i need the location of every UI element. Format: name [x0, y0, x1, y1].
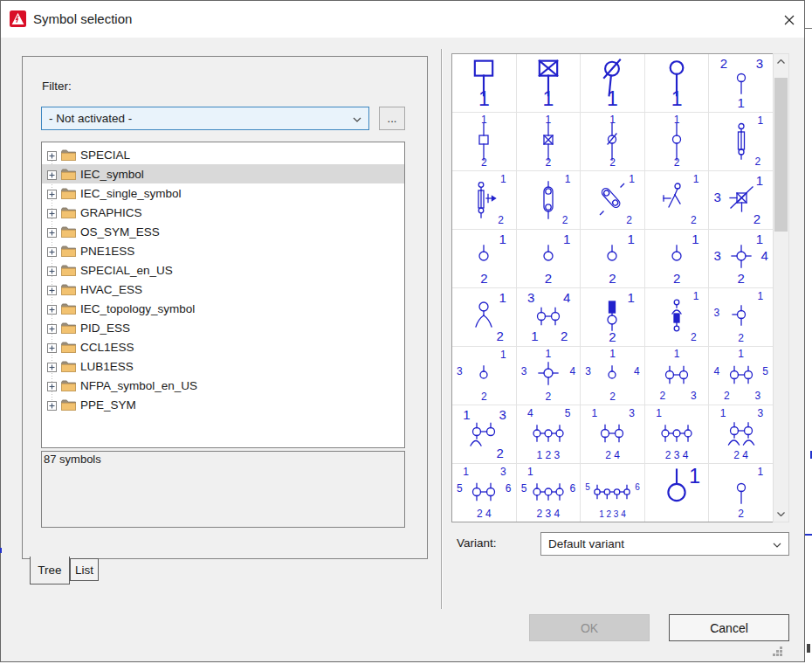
variant-combobox[interactable]: Default variant [540, 532, 789, 556]
symbol-cell[interactable]: 1 [645, 464, 709, 522]
symbol-cell[interactable]: 3142 [517, 347, 581, 405]
connection-point-number: 1 [756, 174, 763, 187]
connection-point-number: 2 [546, 157, 552, 168]
symbol-cell[interactable]: 12 [452, 171, 516, 229]
expand-plus-icon[interactable] [47, 342, 57, 352]
expand-plus-icon[interactable] [47, 246, 57, 256]
symbol-cell[interactable]: 123 [645, 347, 709, 405]
symbol-cell[interactable]: 312 [709, 171, 773, 229]
background-blue-line [805, 534, 812, 536]
symbol-cell[interactable]: 132 [452, 405, 516, 463]
filter-combobox[interactable]: - Not activated - [41, 107, 369, 130]
symbol-cell[interactable]: 5162 3 4 [517, 464, 581, 522]
scroll-down-icon[interactable] [774, 507, 788, 522]
tree-item[interactable]: IEC_single_symbol [42, 183, 404, 203]
connection-point-number: 1 [720, 408, 726, 418]
symbol-cell[interactable]: 12 [645, 171, 709, 229]
symbol-cell[interactable]: 12 [645, 230, 709, 287]
tree-item-label: CCL1ESS [80, 341, 134, 354]
resize-grip[interactable] [773, 645, 783, 655]
expand-plus-icon[interactable] [47, 381, 57, 391]
symbol-cell[interactable]: 12 [452, 113, 516, 170]
symbol-cell[interactable]: 12 [709, 113, 773, 170]
connection-point-number: 1 [463, 467, 469, 477]
expand-plus-icon[interactable] [47, 304, 57, 314]
symbol-cell[interactable]: 12 [517, 171, 581, 229]
symbol-cell[interactable]: 132 4 [581, 405, 644, 463]
filter-browse-button[interactable]: ... [379, 107, 405, 130]
expand-plus-icon[interactable] [47, 169, 57, 179]
symbol-cell[interactable]: 1 [581, 54, 644, 112]
symbol-cell[interactable]: 132 4 [709, 405, 773, 463]
tree-item[interactable]: HVAC_ESS [42, 280, 404, 299]
symbol-selection-dialog: Symbol selection Filter: - Not activated… [0, 0, 805, 662]
symbol-cell[interactable]: 12 [517, 113, 581, 170]
symbol-cell[interactable]: 12 [452, 230, 516, 287]
expand-plus-icon[interactable] [47, 208, 57, 218]
scroll-up-icon[interactable] [774, 54, 788, 69]
symbol-cell[interactable]: 231 [709, 54, 773, 112]
connection-point-number: 3 [756, 57, 763, 70]
tree-item[interactable]: SPECIAL_en_US [42, 260, 404, 280]
connection-point-number: 4 [569, 366, 575, 377]
tree-item[interactable]: IEC_symbol [42, 164, 404, 183]
expand-plus-icon[interactable] [47, 150, 57, 160]
cancel-button[interactable]: Cancel [669, 614, 789, 641]
tree-item[interactable]: OS_SYM_ESS [42, 222, 404, 241]
scrollbar-thumb[interactable] [774, 78, 788, 232]
symbol-cell[interactable]: 12 [452, 288, 516, 346]
symbol-cell[interactable]: 12 [645, 113, 709, 170]
symbol-cell[interactable]: 12 [581, 288, 644, 346]
symbol-cell[interactable]: 12 [709, 464, 773, 522]
symbol-cell[interactable]: 312 [452, 347, 516, 405]
tab-list[interactable]: List [70, 558, 99, 581]
symbol-cell[interactable]: 12 [645, 288, 709, 346]
ok-button[interactable]: OK [529, 614, 650, 641]
tree-item[interactable]: LUB1ESS [42, 356, 404, 376]
symbol-cell[interactable]: 1 [452, 54, 516, 112]
titlebar[interactable]: Symbol selection [1, 1, 804, 38]
tree-item[interactable]: PNE1ESS [42, 241, 404, 260]
symbol-cell[interactable]: 3142 [581, 347, 644, 405]
symbol-cell[interactable]: 12 [581, 113, 644, 170]
symbol-cell[interactable]: 12 [517, 230, 581, 287]
tree-item[interactable]: PPE_SYM [42, 395, 404, 414]
grid-scrollbar[interactable] [773, 53, 789, 522]
symbol-cell[interactable]: 12 3 4 [645, 405, 709, 463]
connection-point-number: 2 [609, 391, 616, 402]
tree-item[interactable]: CCL1ESS [42, 337, 404, 356]
connection-point-number: 2 4 [605, 450, 620, 460]
expand-plus-icon[interactable] [47, 227, 57, 237]
symbol-cell[interactable]: 451 2 3 [517, 405, 581, 463]
tab-tree[interactable]: Tree [30, 557, 70, 584]
tree-item[interactable]: IEC_topology_symbol [42, 299, 404, 318]
tree-item[interactable]: SPECIAL [42, 145, 404, 164]
tree-item[interactable]: NFPA_symbol_en_US [42, 376, 404, 395]
expand-plus-icon[interactable] [47, 323, 57, 333]
symbol-cell[interactable]: 12 [581, 171, 644, 229]
symbol-cell[interactable]: 41523 [709, 347, 773, 405]
symbol-cell[interactable]: 3412 [517, 288, 581, 346]
connection-point-number: 1 2 3 4 [599, 510, 626, 519]
connection-point-number: 1 [531, 329, 538, 342]
symbol-cell[interactable]: 1 [645, 54, 709, 112]
tree-item[interactable]: GRAPHICS [42, 203, 404, 222]
expand-plus-icon[interactable] [47, 189, 57, 198]
tree-item-label: LUB1ESS [80, 360, 134, 373]
close-icon[interactable] [777, 8, 801, 31]
expand-plus-icon[interactable] [47, 285, 57, 294]
expand-plus-icon[interactable] [47, 266, 57, 275]
expand-plus-icon[interactable] [47, 362, 57, 371]
connection-point-number: 1 [674, 114, 680, 125]
circle-top-stub-icon [458, 356, 510, 396]
symbol-cell[interactable]: 12 [581, 230, 644, 287]
symbol-cell[interactable]: 312 [709, 288, 773, 346]
symbol-cell[interactable]: 3142 [709, 230, 773, 287]
expand-plus-icon[interactable] [47, 400, 57, 410]
panel-splitter[interactable] [441, 49, 443, 609]
symbol-cell[interactable]: 51362 4 [452, 464, 516, 522]
tree-item-label: OS_SYM_ESS [80, 225, 160, 239]
symbol-cell[interactable]: 1 [517, 54, 581, 112]
tree-item[interactable]: PID_ESS [42, 318, 404, 337]
symbol-cell[interactable]: 561 2 3 4 [581, 464, 644, 522]
